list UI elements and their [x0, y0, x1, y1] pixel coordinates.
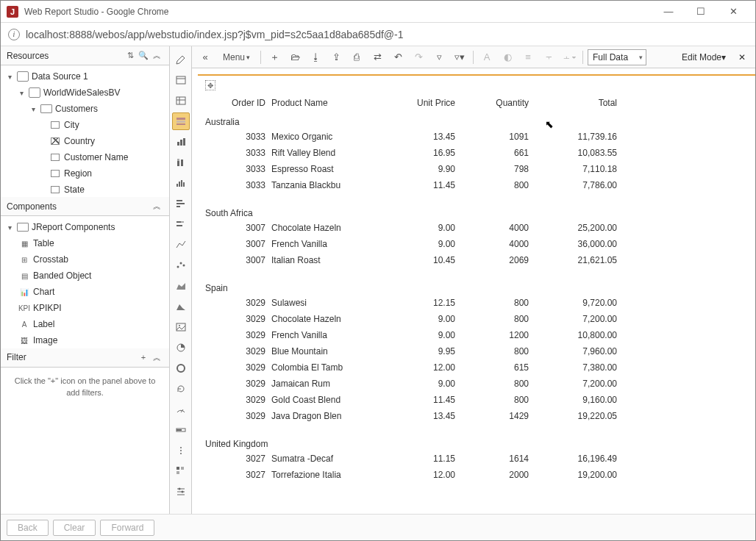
group-label[interactable]: Australia — [205, 112, 749, 129]
data-mode-select[interactable]: Full Data — [588, 49, 646, 65]
table-row[interactable]: 3033Espresso Roast9.907987,110.18 — [205, 161, 749, 177]
collapse-icon[interactable]: ︽ — [150, 200, 163, 213]
menu-button[interactable]: Menu — [217, 49, 256, 66]
minimize-button[interactable]: — — [652, 1, 685, 23]
filter-icon[interactable]: ▿ — [430, 49, 448, 66]
component-item[interactable]: 📊Chart — [1, 284, 169, 300]
add-filter-icon[interactable]: + — [137, 351, 150, 364]
table-row[interactable]: 3033Rift Valley Blend16.9566110,083.55 — [205, 145, 749, 161]
group-label[interactable]: Spain — [205, 279, 749, 295]
stacked-bar-icon[interactable] — [172, 154, 190, 171]
clear-button[interactable]: Clear — [53, 520, 96, 536]
sort-icon[interactable]: ⇅ — [124, 49, 137, 62]
header-total[interactable]: Total — [529, 98, 617, 108]
twisty-icon[interactable]: ▾ — [5, 223, 14, 232]
report-canvas[interactable]: ⬉ ✥ Order ID Product Name Unit Price Qua… — [192, 68, 755, 514]
bullet-icon[interactable] — [172, 421, 190, 439]
table-row[interactable]: 3029French Vanilla9.00120010,800.00 — [205, 327, 749, 343]
site-info-icon[interactable]: i — [8, 29, 20, 40]
settings-icon[interactable] — [172, 483, 190, 501]
tree-field[interactable]: Customer Name — [1, 149, 169, 165]
header-product[interactable]: Product Name — [271, 98, 374, 108]
column-chart-icon[interactable] — [172, 174, 190, 192]
hbar-icon[interactable] — [172, 195, 190, 212]
url-text[interactable]: localhost:8888/webos/app/webstudio/index… — [26, 29, 404, 40]
image-icon[interactable] — [172, 318, 190, 336]
component-item[interactable]: ⊞Crosstab — [1, 251, 169, 268]
header-price[interactable]: Unit Price — [374, 98, 455, 108]
redo-icon[interactable]: ↷ — [410, 49, 427, 66]
twisty-icon[interactable]: ▾ — [5, 73, 14, 81]
tree-field[interactable]: Region — [1, 165, 169, 182]
table-row[interactable]: 3029Chocolate Hazeln9.008007,200.00 — [205, 311, 749, 327]
crosstab-icon[interactable] — [172, 92, 190, 110]
tree-datasource[interactable]: ▾ Data Source 1 — [1, 68, 169, 85]
back-button[interactable]: Back — [7, 520, 49, 536]
components-group[interactable]: ▾ JReport Components — [1, 219, 169, 235]
donut-icon[interactable] — [172, 359, 190, 377]
table-row[interactable]: 3033Tanzania Blackbu11.458007,786.00 — [205, 177, 749, 193]
mountain-icon[interactable] — [172, 298, 190, 315]
table-row[interactable]: 3033Mexico Organic13.45109111,739.16 — [205, 129, 749, 145]
print-icon[interactable]: ⎙ — [348, 49, 365, 66]
edit-mode-button[interactable]: Edit Mode ▾ — [677, 52, 730, 62]
maximize-button[interactable]: ☐ — [685, 1, 717, 23]
export-icon[interactable]: ⇪ — [327, 49, 345, 66]
twisty-icon[interactable]: ▾ — [29, 105, 38, 113]
table-row[interactable]: 3029Colombia El Tamb12.006157,380.00 — [205, 359, 749, 376]
hstacked-icon[interactable] — [172, 215, 190, 233]
close-panel-icon[interactable]: ✕ — [733, 52, 751, 62]
open-icon[interactable]: 🗁 — [286, 49, 304, 66]
component-item[interactable]: KPIKPIKPI — [1, 300, 169, 316]
table-row[interactable]: 3029Blue Mountain9.958007,960.00 — [205, 343, 749, 359]
table-row[interactable]: 3029Sulawesi12.158009,720.00 — [205, 295, 749, 311]
table-icon[interactable] — [172, 71, 190, 89]
table-row[interactable]: 3007Italian Roast10.45206921,621.05 — [205, 252, 749, 268]
tree-field[interactable]: City — [1, 117, 169, 133]
twisty-icon[interactable]: ▾ — [17, 89, 26, 97]
area-chart-icon[interactable] — [172, 277, 190, 295]
more-icon[interactable] — [172, 442, 190, 459]
component-item[interactable]: ▤Banded Object — [1, 268, 169, 284]
save-icon[interactable]: ⭳ — [307, 49, 324, 66]
move-handle-icon[interactable]: ✥ — [205, 80, 215, 90]
group-label[interactable]: South Africa — [205, 204, 749, 220]
table-row[interactable]: 3027Sumatra -Decaf11.15161416,196.49 — [205, 451, 749, 467]
report-surface[interactable]: ⬉ ✥ Order ID Product Name Unit Price Qua… — [198, 74, 755, 514]
link-icon[interactable]: ⇄ — [368, 49, 386, 66]
scatter-icon[interactable] — [172, 257, 190, 274]
pencil-icon[interactable] — [172, 51, 190, 68]
tree-dataset[interactable]: ▾ WorldWideSalesBV — [1, 85, 169, 101]
table-row[interactable]: 3027Torrefazione Italia12.00200019,200.0… — [205, 467, 749, 483]
new-icon[interactable]: ＋ — [265, 49, 283, 66]
collapse-icon[interactable]: ︽ — [150, 49, 163, 62]
component-item[interactable]: ▦Table — [1, 235, 169, 251]
table-row[interactable]: 3029Jamaican Rum9.008007,200.00 — [205, 376, 749, 392]
tree-field[interactable]: State — [1, 182, 169, 197]
group-label[interactable]: United Kingdom — [205, 434, 749, 451]
tree-field[interactable]: Country — [1, 133, 169, 149]
header-order-id[interactable]: Order ID — [205, 98, 271, 108]
refresh-icon[interactable] — [172, 380, 190, 398]
collapse-icon[interactable]: ︽ — [150, 351, 163, 364]
collapse-left-icon[interactable]: « — [196, 49, 214, 66]
component-item[interactable]: 🖼Image — [1, 332, 169, 348]
banded-icon[interactable] — [172, 112, 190, 130]
table-row[interactable]: 3029Java Dragon Blen13.45142919,220.05 — [205, 408, 749, 424]
gauge-icon[interactable] — [172, 401, 190, 418]
table-row[interactable]: 3029Gold Coast Blend11.458009,160.00 — [205, 392, 749, 408]
forward-button[interactable]: Forward — [100, 520, 154, 536]
undo-icon[interactable]: ↶ — [389, 49, 407, 66]
table-row[interactable]: 3007French Vanilla9.00400036,000.00 — [205, 236, 749, 252]
tree-folder-customers[interactable]: ▾ Customers — [1, 101, 169, 117]
component-item[interactable]: ALabel — [1, 316, 169, 332]
search-icon[interactable]: 🔍 — [137, 49, 150, 62]
indicators-icon[interactable] — [172, 462, 190, 480]
table-row[interactable]: 3007Chocolate Hazeln9.00400025,200.00 — [205, 220, 749, 236]
bar-chart-icon[interactable] — [172, 133, 190, 151]
pie-icon[interactable] — [172, 339, 190, 357]
header-qty[interactable]: Quantity — [455, 98, 529, 108]
close-window-button[interactable]: ✕ — [717, 1, 749, 23]
filter-dropdown-icon[interactable]: ▿▾ — [451, 49, 468, 66]
line-chart-icon[interactable] — [172, 236, 190, 254]
